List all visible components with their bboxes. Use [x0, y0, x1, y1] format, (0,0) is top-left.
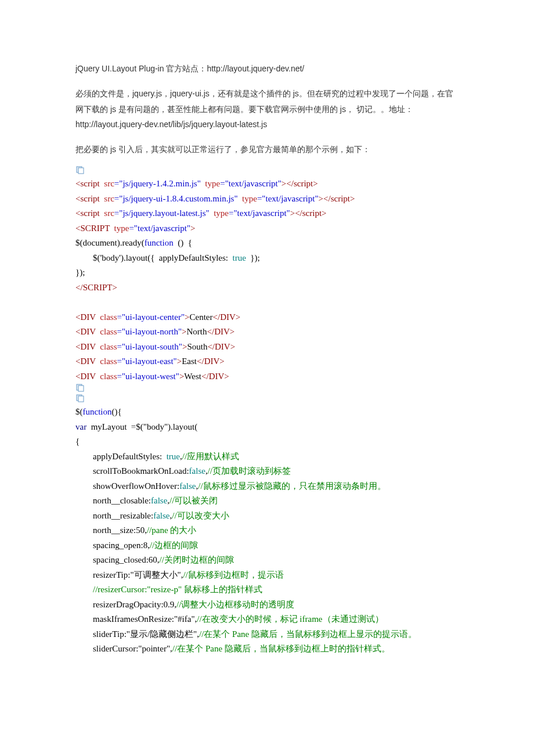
svg-rect-5	[78, 396, 84, 402]
paragraph-2: 把必要的 js 引入后，其实就可以正常运行了，参见官方最简单的那个示例，如下：	[75, 142, 459, 157]
site-url: http://layout.jquery-dev.net/	[207, 64, 304, 73]
code-block-2: $(function(){ var myLayout =$("body").la…	[75, 405, 459, 657]
page-title: jQuery UI.Layout Plug-in 官方站点：http://lay…	[75, 64, 459, 74]
copy-icon[interactable]	[75, 384, 85, 392]
document-page: jQuery UI.Layout Plug-in 官方站点：http://lay…	[0, 0, 534, 756]
plugin-name: jQuery UI.Layout Plug-in	[75, 64, 164, 73]
code-block-1: <script src="js/jquery-1.4.2.min.js" typ…	[75, 177, 459, 384]
site-label: 官方站点：	[164, 64, 207, 73]
svg-rect-1	[78, 168, 84, 174]
copy-icon[interactable]	[75, 166, 85, 174]
copy-icon[interactable]	[75, 394, 85, 402]
svg-rect-3	[78, 386, 84, 391]
paragraph-1: 必须的文件是，jquery.js，jquery-ui.js，还有就是这个插件的 …	[75, 86, 459, 132]
